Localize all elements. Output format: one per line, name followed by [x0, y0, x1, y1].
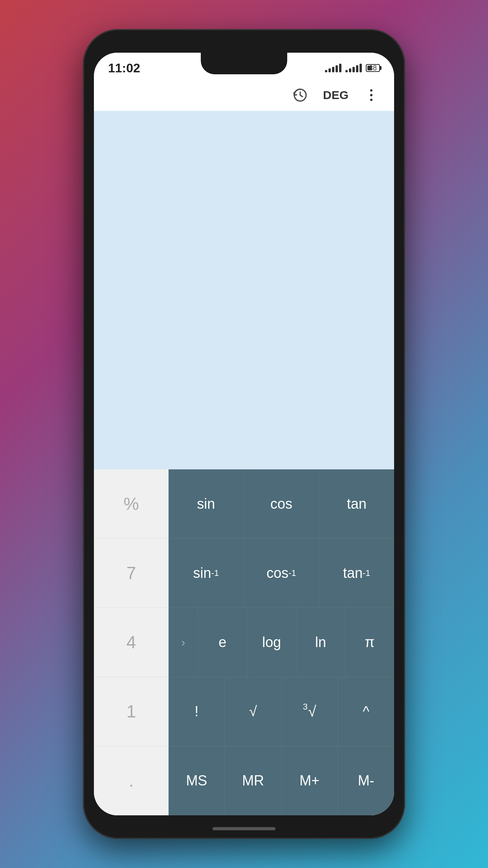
status-icons: 38 — [325, 64, 380, 72]
euler-button[interactable]: e — [198, 608, 247, 677]
phone-frame: 11:02 — [83, 29, 405, 839]
notch — [201, 53, 287, 74]
battery-percent: 38 — [369, 64, 377, 72]
volume-button — [404, 226, 405, 265]
ln-button[interactable]: ln — [296, 608, 345, 677]
toolbar: DEG — [94, 79, 394, 111]
mminus-button[interactable]: M- — [338, 747, 394, 815]
signal-icon-1 — [325, 64, 341, 72]
percent-button[interactable]: % — [94, 469, 169, 538]
factorial-button[interactable]: ! — [169, 677, 225, 746]
svg-point-1 — [370, 89, 372, 92]
home-indicator — [213, 827, 275, 830]
svg-point-3 — [370, 99, 372, 101]
asin-button[interactable]: sin-1 — [169, 539, 244, 607]
sin-button[interactable]: sin — [169, 469, 244, 538]
log-button[interactable]: log — [247, 608, 296, 677]
sqrt-button[interactable]: √ — [225, 677, 282, 746]
scientific-panel: sin cos tan sin-1 cos-1 tan-1 › e log ln… — [169, 469, 394, 815]
deg-button[interactable]: DEG — [323, 88, 349, 102]
left-column: % 7 4 1 . — [94, 469, 169, 815]
expand-button[interactable]: › — [169, 608, 198, 677]
power-button[interactable]: ^ — [338, 677, 394, 746]
display-area — [94, 111, 394, 469]
tan-button[interactable]: tan — [319, 469, 394, 538]
keyboard-area: % 7 4 1 . sin cos tan sin-1 cos-1 tan-1 — [94, 469, 394, 815]
more-button[interactable] — [363, 86, 380, 104]
pi-button[interactable]: π — [345, 608, 394, 677]
status-time: 11:02 — [108, 61, 140, 75]
cbrt-button[interactable]: 3√ — [282, 677, 338, 746]
cbrt-root: √ — [308, 703, 316, 720]
svg-point-2 — [370, 94, 372, 96]
phone-screen: 11:02 — [94, 53, 394, 815]
mr-button[interactable]: MR — [225, 747, 282, 815]
cbrt-label: 3√ — [303, 703, 316, 720]
memory-row: MS MR M+ M- — [169, 747, 394, 815]
inv-trig-row: sin-1 cos-1 tan-1 — [169, 539, 394, 608]
log-row: › e log ln π — [169, 608, 394, 677]
misc-row: ! √ 3√ ^ — [169, 677, 394, 747]
seven-button[interactable]: 7 — [94, 538, 169, 607]
signal-icon-2 — [345, 64, 362, 72]
battery-icon: 38 — [366, 64, 380, 72]
cos-button[interactable]: cos — [244, 469, 319, 538]
mplus-button[interactable]: M+ — [282, 747, 338, 815]
trig-row: sin cos tan — [169, 469, 394, 539]
ms-button[interactable]: MS — [169, 747, 225, 815]
cbrt-3: 3 — [303, 702, 308, 712]
dot-button[interactable]: . — [94, 746, 169, 815]
acos-button[interactable]: cos-1 — [244, 539, 319, 607]
history-button[interactable] — [292, 86, 309, 104]
four-button[interactable]: 4 — [94, 607, 169, 677]
atan-button[interactable]: tan-1 — [319, 539, 394, 607]
one-button[interactable]: 1 — [94, 677, 169, 746]
